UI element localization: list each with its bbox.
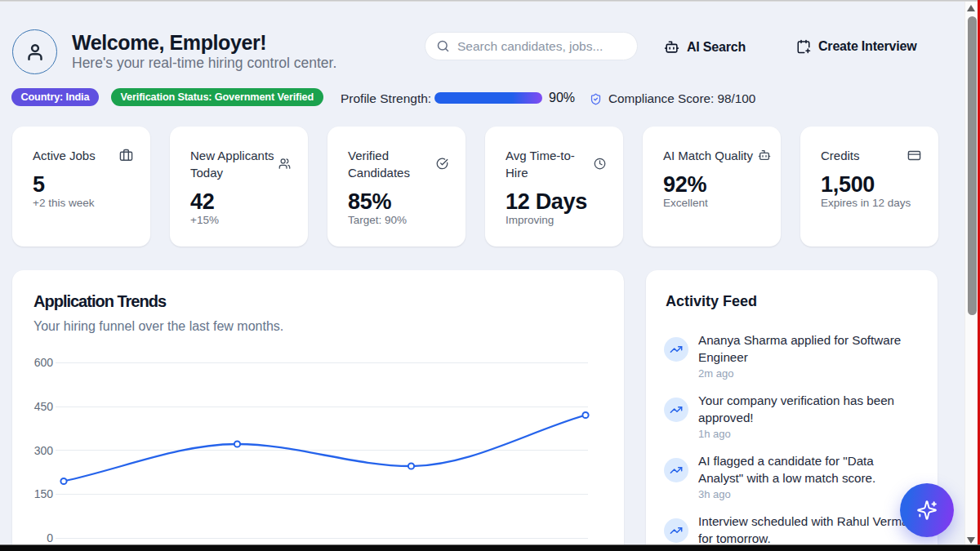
svg-text:600: 600 [34,356,54,369]
svg-text:0: 0 [47,531,53,544]
svg-text:150: 150 [34,487,54,500]
svg-text:300: 300 [34,444,54,457]
svg-text:450: 450 [34,400,54,413]
